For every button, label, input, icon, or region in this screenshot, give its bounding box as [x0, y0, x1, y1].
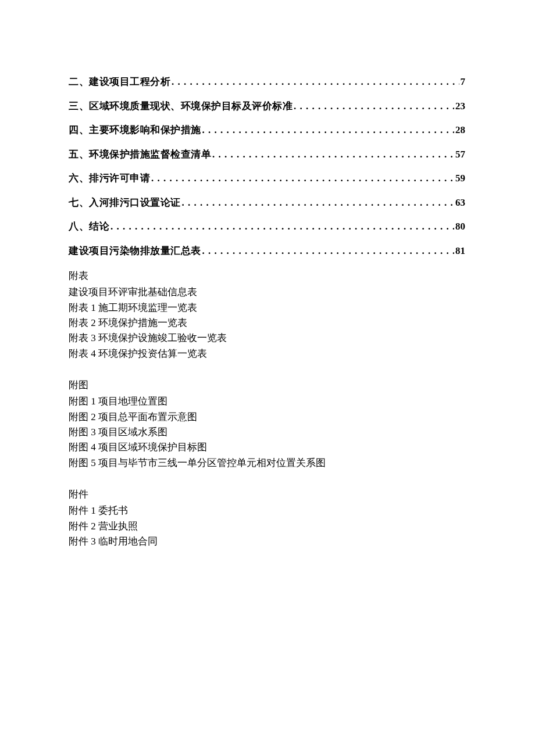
appendix-table-item: 附表 3 环境保护设施竣工验收一览表: [69, 331, 465, 346]
appendix-figures-list: 附图 1 项目地理位置图附图 2 项目总平面布置示意图附图 3 项目区域水系图附…: [69, 394, 465, 471]
toc-leader-dots: . . . . . . . . . . . . . . . . . . . . …: [109, 219, 454, 234]
appendix-figure-item: 附图 1 项目地理位置图: [69, 394, 465, 409]
appendix-table-item: 附表 2 环境保护措施一览表: [69, 316, 465, 331]
toc-entry-page: 28: [454, 123, 465, 138]
appendix-figure-item: 附图 3 项目区域水系图: [69, 425, 465, 440]
toc-entry: 七、入河排污口设置论证. . . . . . . . . . . . . . .…: [69, 195, 465, 210]
appendix-tables-heading: 附表: [69, 268, 465, 284]
spacer: [69, 471, 465, 483]
toc-entry-title: 建设项目污染物排放量汇总表: [69, 243, 201, 259]
toc-entry: 三、区域环境质量现状、环境保护目标及评价标准. . . . . . . . . …: [69, 99, 465, 114]
appendix-table-item: 附表 1 施工期环境监理一览表: [69, 300, 465, 316]
toc-leader-dots: . . . . . . . . . . . . . . . . . . . . …: [170, 74, 459, 89]
toc-entry-title: 八、结论: [69, 219, 109, 234]
toc-leader-dots: . . . . . . . . . . . . . . . . . . . . …: [201, 243, 455, 259]
toc-leader-dots: . . . . . . . . . . . . . . . . . . . . …: [181, 195, 455, 210]
table-of-contents: 二、建设项目工程分析. . . . . . . . . . . . . . . …: [69, 74, 465, 258]
appendix-table-item: 建设项目环评审批基础信息表: [69, 285, 465, 300]
appendix-figures-heading: 附图: [69, 378, 465, 393]
attachments-heading: 附件: [69, 487, 465, 502]
appendix-figure-item: 附图 5 项目与毕节市三线一单分区管控单元相对位置关系图: [69, 456, 465, 471]
toc-entry-page: 80: [454, 219, 465, 234]
toc-entry-page: 59: [454, 171, 465, 186]
appendix-figure-item: 附图 2 项目总平面布置示意图: [69, 410, 465, 425]
toc-entry-page: 81: [454, 243, 465, 259]
toc-entry: 六、排污许可申请. . . . . . . . . . . . . . . . …: [69, 171, 465, 186]
toc-entry-title: 五、环境保护措施监督检查清单: [69, 147, 211, 162]
attachment-item: 附件 1 委托书: [69, 503, 465, 518]
attachments-list: 附件 1 委托书附件 2 营业执照附件 3 临时用地合同: [69, 503, 465, 549]
toc-entry: 五、环境保护措施监督检查清单. . . . . . . . . . . . . …: [69, 147, 465, 162]
spacer: [69, 361, 465, 374]
toc-entry: 八、结论. . . . . . . . . . . . . . . . . . …: [69, 219, 465, 234]
toc-entry-page: 23: [454, 99, 465, 114]
toc-leader-dots: . . . . . . . . . . . . . . . . . . . . …: [211, 147, 454, 162]
document-page: 二、建设项目工程分析. . . . . . . . . . . . . . . …: [0, 0, 535, 756]
attachment-item: 附件 3 临时用地合同: [69, 534, 465, 549]
attachment-item: 附件 2 营业执照: [69, 519, 465, 534]
toc-entry-title: 七、入河排污口设置论证: [69, 195, 181, 210]
toc-leader-dots: . . . . . . . . . . . . . . . . . . . . …: [293, 99, 454, 114]
toc-entry-title: 四、主要环境影响和保护措施: [69, 123, 201, 138]
appendix-table-item: 附表 4 环境保护投资估算一览表: [69, 346, 465, 361]
toc-entry-title: 三、区域环境质量现状、环境保护目标及评价标准: [69, 99, 293, 114]
toc-entry: 二、建设项目工程分析. . . . . . . . . . . . . . . …: [69, 74, 465, 89]
toc-entry: 建设项目污染物排放量汇总表. . . . . . . . . . . . . .…: [69, 243, 465, 259]
toc-entry-title: 六、排污许可申请: [69, 171, 150, 186]
toc-leader-dots: . . . . . . . . . . . . . . . . . . . . …: [150, 171, 454, 186]
toc-entry-page: 63: [454, 195, 465, 210]
toc-entry: 四、主要环境影响和保护措施. . . . . . . . . . . . . .…: [69, 123, 465, 138]
toc-entry-title: 二、建设项目工程分析: [69, 74, 170, 89]
toc-entry-page: 7: [459, 74, 466, 89]
appendix-tables-list: 建设项目环评审批基础信息表附表 1 施工期环境监理一览表附表 2 环境保护措施一…: [69, 285, 465, 361]
toc-entry-page: 57: [454, 147, 465, 162]
toc-leader-dots: . . . . . . . . . . . . . . . . . . . . …: [201, 123, 455, 138]
appendix-figure-item: 附图 4 项目区域环境保护目标图: [69, 440, 465, 455]
